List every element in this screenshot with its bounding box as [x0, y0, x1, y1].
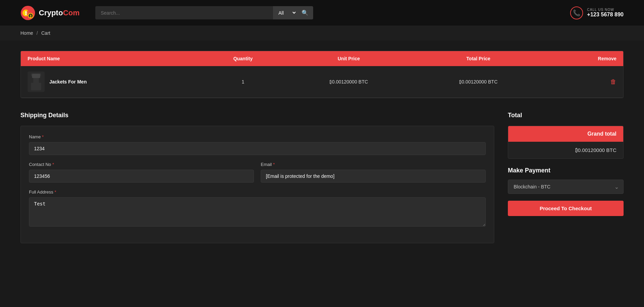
breadcrumb-separator: /: [36, 30, 38, 36]
cart-table: Product Name Quantity Unit Price Total P…: [21, 51, 623, 98]
grand-total-value: ₿0.00120000 BTC: [508, 142, 623, 158]
col-unit-price: Unit Price: [284, 51, 414, 66]
email-label: Email *: [261, 162, 486, 167]
phone-number: +123 5678 890: [587, 12, 624, 18]
cart-item-row: Jackets For Men 1 ₿0.00120000 BTC ₿0.001…: [21, 66, 623, 98]
breadcrumb-current: Cart: [41, 30, 50, 36]
cart-table-container: Product Name Quantity Unit Price Total P…: [20, 51, 624, 98]
logo-area: ₿ ₿ CryptoCom: [20, 5, 88, 20]
contact-required: *: [52, 162, 54, 167]
product-remove-cell: 🗑: [543, 66, 623, 98]
email-input[interactable]: [261, 170, 486, 183]
shipping-section: Shipping Details Name * Contact No *: [20, 112, 494, 243]
shipping-form: Name * Contact No * Email *: [20, 126, 494, 243]
payment-select-wrapper: Blockchain - BTC Ethereum - ETH Litecoin…: [508, 180, 624, 194]
search-input[interactable]: [95, 6, 273, 19]
contact-label: Contact No *: [29, 162, 254, 167]
col-total-price: Total Price: [414, 51, 543, 66]
contact-email-row: Contact No * Email *: [29, 162, 486, 189]
name-field-group: Name *: [29, 134, 486, 155]
product-cell: Jackets For Men: [21, 66, 202, 98]
contact-info: CALL US NOW +123 5678 890: [587, 8, 624, 18]
col-quantity: Quantity: [202, 51, 284, 66]
total-box: Grand total ₿0.00120000 BTC: [508, 126, 624, 159]
breadcrumb: Home / Cart: [0, 26, 644, 41]
logo-text: CryptoCom: [39, 9, 80, 17]
total-title: Total: [508, 112, 624, 119]
email-field-group: Email *: [261, 162, 486, 183]
remove-item-button[interactable]: 🗑: [610, 78, 616, 85]
main-content: Product Name Quantity Unit Price Total P…: [0, 41, 644, 254]
checkout-button[interactable]: Proceed To Checkout: [508, 201, 624, 216]
name-input[interactable]: [29, 142, 486, 155]
col-remove: Remove: [543, 51, 623, 66]
logo-crypto: Crypto: [39, 9, 63, 17]
svg-rect-9: [32, 74, 40, 78]
search-button[interactable]: 🔍: [297, 6, 313, 19]
search-category-select[interactable]: All: [273, 6, 297, 19]
search-area: All 🔍: [95, 6, 313, 19]
name-label: Name *: [29, 134, 486, 139]
total-section: Total Grand total ₿0.00120000 BTC Make P…: [508, 112, 624, 216]
svg-text:₿: ₿: [25, 11, 27, 16]
email-required: *: [273, 162, 275, 167]
product-thumbnail: [28, 72, 45, 92]
make-payment-title: Make Payment: [508, 167, 624, 174]
product-total-price: ₿0.00120000 BTC: [414, 66, 543, 98]
header: ₿ ₿ CryptoCom All 🔍 📞 CALL US NOW +123 5…: [0, 0, 644, 26]
bottom-section: Shipping Details Name * Contact No *: [20, 112, 624, 243]
call-us-label: CALL US NOW: [587, 8, 624, 12]
phone-icon: 📞: [570, 6, 583, 19]
breadcrumb-home[interactable]: Home: [20, 30, 33, 36]
contact-field-group: Contact No *: [29, 162, 254, 183]
contact-area: 📞 CALL US NOW +123 5678 890: [570, 6, 624, 19]
payment-method-select[interactable]: Blockchain - BTC Ethereum - ETH Litecoin…: [508, 180, 624, 194]
product-name: Jackets For Men: [49, 79, 87, 85]
cart-table-header-row: Product Name Quantity Unit Price Total P…: [21, 51, 623, 66]
shipping-title: Shipping Details: [20, 112, 494, 119]
address-label: Full Address *: [29, 189, 486, 195]
logo-icon: ₿ ₿: [20, 5, 35, 20]
contact-input[interactable]: [29, 170, 254, 183]
product-unit-price: ₿0.00120000 BTC: [284, 66, 414, 98]
col-product-name: Product Name: [21, 51, 202, 66]
name-required: *: [42, 134, 44, 139]
logo-com: Com: [63, 9, 80, 17]
address-required: *: [54, 189, 56, 195]
address-textarea[interactable]: [29, 197, 486, 227]
grand-total-header: Grand total: [508, 126, 623, 142]
address-field-group: Full Address *: [29, 189, 486, 228]
product-quantity: 1: [202, 66, 284, 98]
